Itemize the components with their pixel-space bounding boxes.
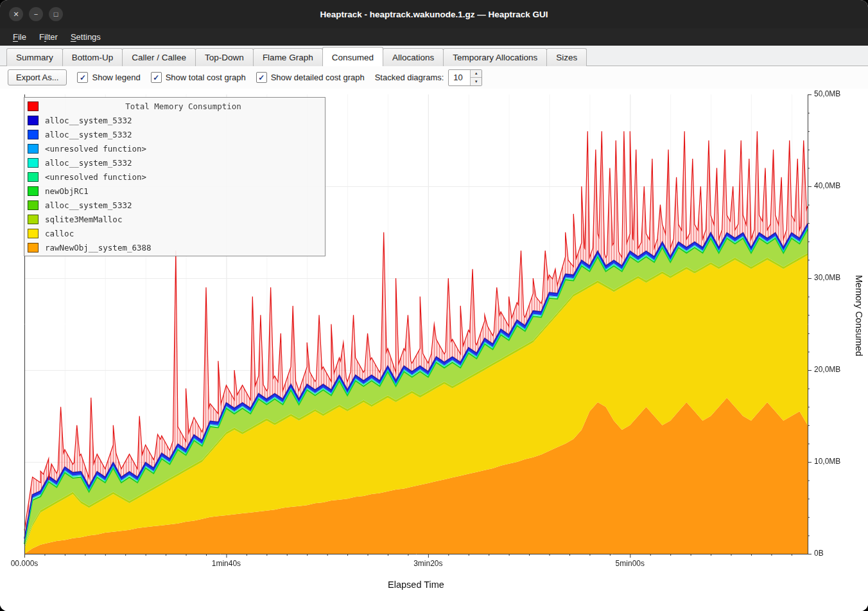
tab-bottom-up[interactable]: Bottom-Up (62, 48, 123, 66)
minimize-icon: − (34, 11, 38, 18)
legend-swatch (28, 243, 39, 252)
show-total-cost-label: Show total cost graph (166, 73, 246, 82)
legend-item: sqlite3MemMalloc (24, 212, 325, 226)
legend-label: alloc__system_5332 (45, 130, 132, 139)
stacked-diagrams-spinbox[interactable]: 10 ▴ ▾ (448, 69, 482, 86)
tab-temporary-allocations[interactable]: Temporary Allocations (443, 48, 547, 66)
legend-item: <unresolved function> (24, 170, 325, 184)
maximize-button[interactable]: □ (49, 7, 63, 21)
minimize-button[interactable]: − (29, 7, 43, 21)
maximize-icon: □ (54, 11, 58, 18)
tab-top-down[interactable]: Top-Down (195, 48, 254, 66)
legend-label: alloc__system_5332 (45, 158, 132, 168)
legend-label: alloc__system_5332 (45, 116, 132, 125)
spin-up-icon: ▴ (475, 71, 478, 76)
spin-down-button[interactable]: ▾ (471, 77, 482, 85)
chart-legend: Total Memory Consumption alloc__system_5… (24, 97, 326, 256)
tab-caller-callee[interactable]: Caller / Callee (122, 48, 196, 66)
stacked-diagrams-label: Stacked diagrams: (375, 73, 444, 82)
legend-item: <unresolved function> (24, 141, 325, 155)
window-controls: ✕ − □ (9, 7, 63, 21)
tab-sizes[interactable]: Sizes (546, 48, 587, 66)
legend-swatch (28, 158, 39, 168)
legend-swatch (28, 200, 39, 210)
legend-swatch (28, 144, 39, 154)
show-legend-label: Show legend (92, 73, 140, 82)
legend-swatch (28, 215, 39, 224)
x-axis-title: Elapsed Time (24, 580, 808, 590)
legend-swatch (28, 229, 39, 238)
tab-allocations[interactable]: Allocations (383, 48, 444, 66)
legend-label: alloc__system_5332 (45, 200, 132, 210)
export-as-button[interactable]: Export As... (8, 69, 67, 85)
legend-label: calloc (45, 229, 74, 238)
show-total-cost-checkbox[interactable]: ✓ Show total cost graph (151, 72, 246, 83)
tab-bar: Summary Bottom-Up Caller / Callee Top-Do… (0, 46, 868, 66)
tab-flame-graph[interactable]: Flame Graph (253, 48, 323, 66)
menu-bar: File Filter Settings (0, 28, 868, 46)
legend-item: rawNewObj__system_6388 (24, 240, 325, 254)
y-axis-title: Memory Consumed (854, 275, 864, 357)
legend-item: calloc (24, 226, 325, 240)
tab-consumed[interactable]: Consumed (322, 47, 383, 66)
app-window: ✕ − □ Heaptrack - heaptrack.wakunode.1.g… (0, 0, 868, 611)
legend-title-row: Total Memory Consumption (24, 99, 325, 113)
legend-swatch-total (28, 102, 39, 111)
legend-item: alloc__system_5332 (24, 127, 325, 141)
legend-item: alloc__system_5332 (24, 155, 325, 170)
tab-summary[interactable]: Summary (6, 48, 63, 66)
show-legend-checkbox[interactable]: ✓ Show legend (77, 72, 140, 83)
legend-label: <unresolved function> (45, 144, 146, 154)
menu-file[interactable]: File (6, 30, 33, 44)
stacked-diagrams-value[interactable]: 10 (449, 70, 470, 85)
legend-swatch (28, 186, 39, 196)
legend-item: alloc__system_5332 (24, 198, 325, 212)
checkbox-check-icon: ✓ (77, 72, 88, 83)
toolbar: Export As... ✓ Show legend ✓ Show total … (0, 66, 868, 89)
checkbox-check-icon: ✓ (256, 72, 267, 83)
legend-label: newObjRC1 (45, 186, 89, 196)
stacked-diagrams-control: Stacked diagrams: 10 ▴ ▾ (375, 69, 483, 86)
checkbox-check-icon: ✓ (151, 72, 162, 83)
legend-label: <unresolved function> (45, 172, 146, 182)
menu-filter[interactable]: Filter (33, 30, 64, 44)
legend-label: sqlite3MemMalloc (45, 215, 122, 224)
menu-settings[interactable]: Settings (64, 30, 107, 44)
spin-up-button[interactable]: ▴ (471, 70, 482, 78)
legend-item: newObjRC1 (24, 184, 325, 198)
close-icon: ✕ (13, 11, 19, 18)
memory-chart-area: Total Memory Consumption alloc__system_5… (0, 89, 868, 611)
legend-label: rawNewObj__system_6388 (45, 243, 152, 252)
window-title: Heaptrack - heaptrack.wakunode.1.gz — He… (0, 10, 868, 19)
title-bar: ✕ − □ Heaptrack - heaptrack.wakunode.1.g… (0, 0, 868, 28)
legend-swatch (28, 130, 39, 139)
show-detailed-cost-label: Show detailed cost graph (271, 73, 365, 82)
show-detailed-cost-checkbox[interactable]: ✓ Show detailed cost graph (256, 72, 365, 83)
legend-title: Total Memory Consumption (45, 102, 322, 111)
close-button[interactable]: ✕ (9, 7, 23, 21)
spin-down-icon: ▾ (475, 79, 478, 84)
legend-swatch (28, 116, 39, 125)
legend-swatch (28, 172, 39, 182)
legend-item: alloc__system_5332 (24, 113, 325, 127)
